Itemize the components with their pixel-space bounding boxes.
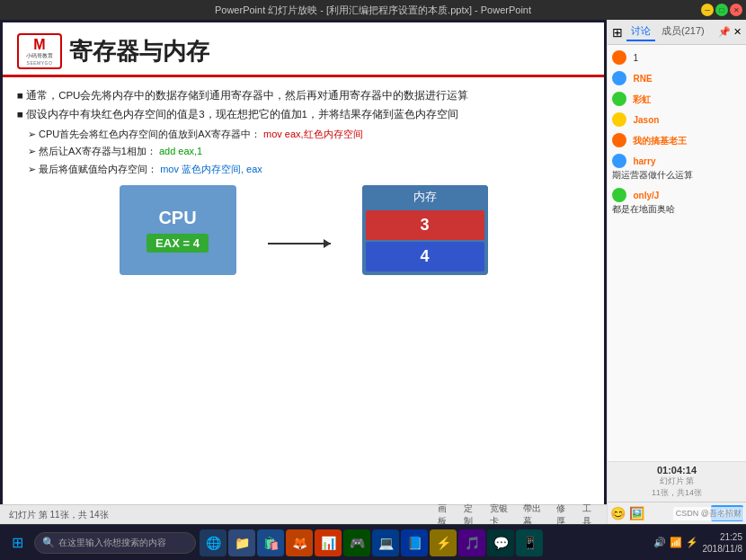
time-text: 21:25 [703,531,743,543]
taskbar-app-blue1[interactable]: 📘 [401,529,428,556]
taskbar-app-edge[interactable]: 🌐 [200,529,226,556]
share-icon[interactable]: ⊞ [612,25,623,40]
logo-m: M [33,38,45,52]
taskbar-right: 🔊 📶 ⚡ 21:25 2018/11/8 [653,531,743,555]
right-panel: ⊞ 讨论 成员(217) 📌 ✕ 1 RNE [607,20,746,524]
list-item: 我的搞基老王 [612,131,742,147]
taskbar-app-msg[interactable]: 📱 [516,529,543,556]
chat-username: harry [633,156,655,166]
slide-bullet-4-code: add eax,1 [159,146,202,156]
taskbar-clock: 21:25 2018/11/8 [703,531,743,555]
chat-msg: 期运营器做什么运算 [612,169,742,182]
chat-username: only/J [633,191,659,200]
chat-username: 我的搞基老王 [633,136,687,146]
timer-area: 01:04:14 幻灯片 第11张，共14张 [608,461,746,502]
timer-subtitle: 幻灯片 第11张，共14张 [612,476,742,499]
taskbar-app-chat[interactable]: 💬 [487,529,514,556]
avatar [612,112,626,127]
minimize-button[interactable]: ─ [701,4,714,16]
taskbar-app-orange[interactable]: 🦊 [286,529,313,556]
slide-info: 幻灯片 第 11张，共 14张 [9,509,109,521]
avatar [612,188,626,202]
chat-username: Jason [633,115,659,125]
memory-cell-red: 3 [366,210,484,240]
window-controls[interactable]: ─ □ ✕ [701,4,742,16]
list-item: harry 期运营器做什么运算 [612,152,742,182]
memory-cell-blue: 4 [366,242,484,271]
avatar [612,133,626,147]
slide-body: ■ 通常，CPU会先将内存中的数据存储到通用寄存器中，然后再对通用寄存器中的数据… [3,84,604,279]
pin-icon[interactable]: 📌 [718,26,731,38]
view-controls: 画板 定制 宽银卡 帶出幕 修厚 工具 [427,504,607,524]
network-icon[interactable]: 📶 [670,537,682,548]
windows-logo-icon: ⊞ [12,534,23,551]
list-item: only/J 都是在地面奥哈 [612,186,742,216]
taskbar-app-explorer[interactable]: 📁 [228,529,255,556]
taskbar-search-bar[interactable]: 🔍 在这里输入你想搜索的内容 [34,532,196,554]
watermark: CSDN @吾名招财 [673,507,744,520]
panel-icons: 📌 ✕ [718,26,742,38]
slide-bullet-4: ➢ 然后让AX寄存器与1相加： add eax,1 [17,144,590,159]
list-item: 彩虹 [612,90,742,106]
cpu-label: CPU [158,208,196,228]
arrow-area [263,216,335,244]
panel-header: ⊞ 讨论 成员(217) 📌 ✕ [608,20,746,45]
chat-username: 彩虹 [633,94,651,104]
taskbar-app-store[interactable]: 🛍️ [257,529,284,556]
chat-area[interactable]: 1 RNE 彩虹 Jason 我的搞基老王 harry 期运营器做什么运算 [608,45,746,461]
close-button[interactable]: ✕ [730,4,742,16]
arrow-line [268,243,331,244]
emoji-icon[interactable]: 😊 [610,506,626,520]
slide-header: M 小码哥教育 SEEMYGO 寄存器与内存 [3,22,604,77]
list-item: 1 [612,49,742,65]
taskbar-system-icons: 🔊 📶 ⚡ [653,537,698,548]
taskbar-app-vscode[interactable]: 💻 [372,529,399,556]
search-icon: 🔍 [42,537,55,548]
taskbar: ⊞ 🔍 在这里输入你想搜索的内容 🌐 📁 🛍️ 🦊 📊 🎮 💻 📘 ⚡ 🎵 💬 … [0,524,746,560]
slide-bullet-5: ➢ 最后将值赋值给内存空间： mov 蓝色内存空间, eax [17,162,590,177]
chat-username: RNE [633,74,652,84]
timer-text: 01:04:14 [612,465,742,476]
taskbar-app-purple[interactable]: 🎵 [458,529,485,556]
slide-container: M 小码哥教育 SEEMYGO 寄存器与内存 ■ 通常，CPU会先将内存中的数据… [3,22,604,521]
battery-icon[interactable]: ⚡ [686,537,698,548]
slide-title: 寄存器与内存 [69,36,209,67]
chat-msg: 1 [633,53,638,63]
tab-members[interactable]: 成员(217) [657,22,709,41]
panel-close-icon[interactable]: ✕ [733,26,742,38]
taskbar-app-ppt[interactable]: 📊 [315,529,342,556]
slide-bullet-3: ➢ CPU首先会将红色内存空间的值放到AX寄存器中： mov eax,红色内存空… [17,127,590,142]
slide-bullet-1: ■ 通常，CPU会先将内存中的数据存储到通用寄存器中，然后再对通用寄存器中的数据… [17,88,590,103]
avatar [612,50,626,65]
title-bar: PowerPoint 幻灯片放映 - [利用汇编把程序设置的本质.pptx] -… [0,0,746,20]
volume-icon[interactable]: 🔊 [653,537,666,548]
memory-header: 内存 [362,185,488,209]
slide-bullet-5-code: mov 蓝色内存空间, eax [160,164,262,174]
avatar [612,71,626,85]
memory-box: 内存 3 4 [362,185,488,275]
diagram-area: CPU EAX = 4 内存 3 4 [17,185,590,275]
eax-label: EAX = 4 [147,234,209,253]
logo-top-text: 小码哥教育 [26,52,53,60]
slide-bullet-2: ■ 假设内存中有块红色内存空间的值是3，现在想把它的值加1，并将结果存储到蓝色内… [17,107,590,122]
taskbar-apps: 🌐 📁 🛍️ 🦊 📊 🎮 💻 📘 ⚡ 🎵 💬 📱 [200,529,653,556]
tab-discuss[interactable]: 讨论 [626,22,655,41]
logo: M 小码哥教育 SEEMYGO [17,33,62,69]
slide-area: M 小码哥教育 SEEMYGO 寄存器与内存 ■ 通常，CPU会先将内存中的数据… [0,20,607,524]
date-text: 2018/11/8 [703,543,743,555]
cpu-box: CPU EAX = 4 [120,185,236,275]
chat-msg: 都是在地面奥哈 [612,203,742,216]
maximize-button[interactable]: □ [715,4,728,16]
list-item: RNE [612,69,742,85]
list-item: Jason [612,111,742,127]
start-button[interactable]: ⊞ [4,529,31,556]
logo-sub-text: SEEMYGO [27,60,53,66]
taskbar-app-green[interactable]: 🎮 [343,529,370,556]
title-bar-text: PowerPoint 幻灯片放映 - [利用汇编把程序设置的本质.pptx] -… [215,4,531,17]
slide-bullet-3-code: mov eax,红色内存空间 [263,129,363,139]
avatar [612,154,626,168]
image-icon[interactable]: 🖼️ [629,506,644,520]
search-placeholder: 在这里输入你想搜索的内容 [58,537,166,549]
panel-tabs: 讨论 成员(217) [626,22,709,41]
taskbar-app-yellow[interactable]: ⚡ [430,529,457,556]
